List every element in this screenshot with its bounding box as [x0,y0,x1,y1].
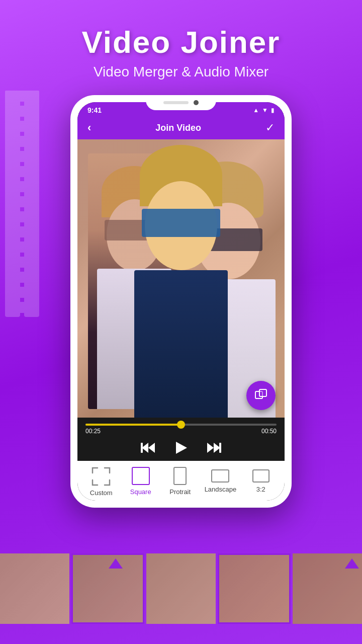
aspect-landscape[interactable]: Landscape [205,467,237,493]
app-subtitle: Video Merger & Audio Mixer [0,64,362,80]
aspect-custom-label: Custom [90,489,113,497]
fab-icon [254,387,267,404]
back-button[interactable]: ‹ [87,121,91,134]
progress-times: 00:25 00:50 [85,428,277,435]
person-center [129,139,233,418]
current-time: 00:25 [85,428,101,435]
video-thumbnail [77,139,285,418]
skip-forward-button[interactable] [206,442,221,454]
progress-fill [85,424,181,426]
playback-controls [77,437,285,461]
progress-track[interactable] [85,424,277,426]
phone-screen: 9:41 ▲ ▼ ▮ ‹ Join Video ✓ [77,102,285,501]
status-icons: ▲ ▼ ▮ [253,107,275,114]
filmstrip-pin-left [109,558,123,569]
aspect-32-label: 3:2 [256,486,265,493]
progress-thumb[interactable] [177,421,185,429]
video-area [77,139,285,418]
filmstrip-pin-right [345,558,359,569]
aspect-custom[interactable]: Custom [86,467,116,497]
signal-icon: ▲ [253,107,259,114]
progress-container: 00:25 00:50 [77,418,285,437]
notch-speaker [163,101,189,104]
app-title: Video Joiner [0,24,362,60]
total-time: 00:50 [261,428,277,435]
wifi-icon: ▼ [262,107,268,114]
svg-rect-18 [259,389,266,396]
svg-marker-22 [176,442,187,454]
play-button[interactable] [174,441,188,455]
check-button[interactable]: ✓ [265,121,275,134]
phone-mockup: 9:41 ▲ ▼ ▮ ‹ Join Video ✓ [0,95,362,508]
aspect-square-label: Square [130,488,151,496]
aspect-ratio-bar: Custom Square Protrait Landscape [77,461,285,501]
svg-rect-25 [219,443,221,453]
svg-rect-21 [141,443,143,453]
skip-back-button[interactable] [141,442,156,454]
battery-icon: ▮ [271,107,275,114]
svg-marker-24 [207,443,214,453]
aspect-32[interactable]: 3:2 [246,467,276,493]
toolbar-title: Join Video [155,123,201,133]
phone-notch [146,95,216,110]
aspect-portrait-label: Protrait [169,488,191,496]
status-time: 9:41 [87,106,102,114]
fab-button[interactable] [246,381,276,410]
app-header: Video Joiner Video Merger & Audio Mixer [0,0,362,80]
phone-frame: 9:41 ▲ ▼ ▮ ‹ Join Video ✓ [70,95,292,508]
aspect-portrait[interactable]: Protrait [165,467,195,496]
aspect-landscape-label: Landscape [205,486,237,493]
aspect-square[interactable]: Square [126,467,156,496]
notch-camera [194,100,199,105]
filmstrip-pins [0,553,362,574]
svg-marker-20 [148,443,155,453]
app-toolbar: ‹ Join Video ✓ [77,116,285,139]
